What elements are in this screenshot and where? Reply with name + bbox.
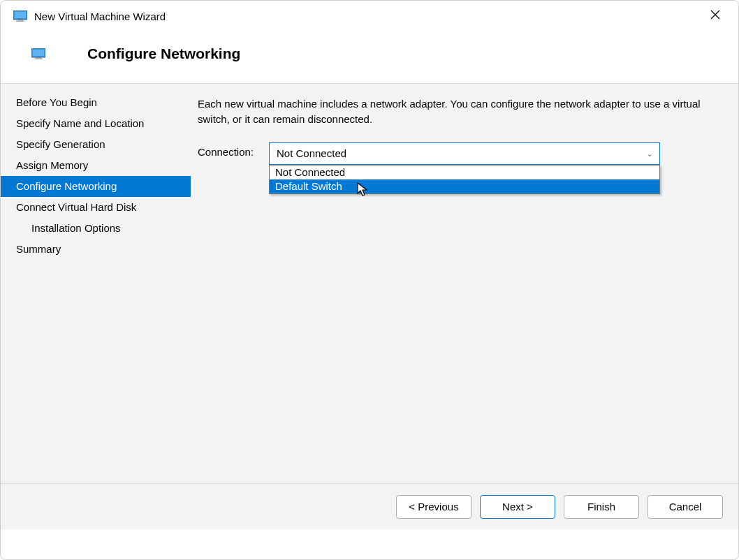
header-monitor-icon (31, 48, 45, 59)
wizard-footer: < Previous Next > Finish Cancel (1, 483, 738, 529)
connection-selected-value: Not Connected (277, 147, 346, 159)
close-button[interactable] (699, 5, 731, 27)
dropdown-option-1[interactable]: Default Switch (270, 179, 659, 193)
sidebar-step-1[interactable]: Specify Name and Location (1, 113, 191, 134)
connection-dropdown: Not ConnectedDefault Switch (269, 165, 660, 194)
app-monitor-icon (13, 10, 27, 22)
sidebar-step-6[interactable]: Installation Options (1, 218, 191, 239)
svg-rect-1 (15, 12, 26, 18)
dropdown-option-0[interactable]: Not Connected (270, 165, 659, 179)
connection-field: Not Connected ⌄ Not ConnectedDefault Swi… (269, 142, 717, 165)
close-icon (710, 10, 720, 22)
finish-button[interactable]: Finish (564, 495, 639, 519)
sidebar-step-0[interactable]: Before You Begin (1, 92, 191, 113)
window-title: New Virtual Machine Wizard (34, 10, 699, 22)
svg-rect-8 (36, 57, 41, 59)
connection-row: Connection: Not Connected ⌄ Not Connecte… (198, 142, 717, 165)
svg-rect-2 (17, 20, 23, 21)
sidebar-step-7[interactable]: Summary (1, 239, 191, 260)
wizard-body: Before You BeginSpecify Name and Locatio… (1, 84, 738, 483)
sidebar-step-5[interactable]: Connect Virtual Hard Disk (1, 197, 191, 218)
sidebar-step-4[interactable]: Configure Networking (1, 176, 191, 197)
sidebar-step-2[interactable]: Specify Generation (1, 134, 191, 155)
svg-rect-3 (16, 21, 24, 22)
wizard-header: Configure Networking (1, 31, 738, 83)
wizard-content: Each new virtual machine includes a netw… (191, 84, 738, 483)
cancel-button[interactable]: Cancel (647, 495, 723, 519)
svg-rect-9 (34, 59, 43, 60)
page-title: Configure Networking (87, 45, 240, 62)
wizard-sidebar: Before You BeginSpecify Name and Locatio… (1, 84, 191, 483)
titlebar: New Virtual Machine Wizard (1, 1, 738, 31)
svg-rect-7 (33, 50, 44, 56)
chevron-down-icon: ⌄ (647, 149, 652, 157)
connection-combobox[interactable]: Not Connected ⌄ (269, 142, 660, 165)
next-button[interactable]: Next > (480, 495, 555, 519)
connection-label: Connection: (198, 142, 269, 158)
sidebar-step-3[interactable]: Assign Memory (1, 155, 191, 176)
content-description: Each new virtual machine includes a netw… (198, 96, 717, 127)
previous-button[interactable]: < Previous (396, 495, 471, 519)
